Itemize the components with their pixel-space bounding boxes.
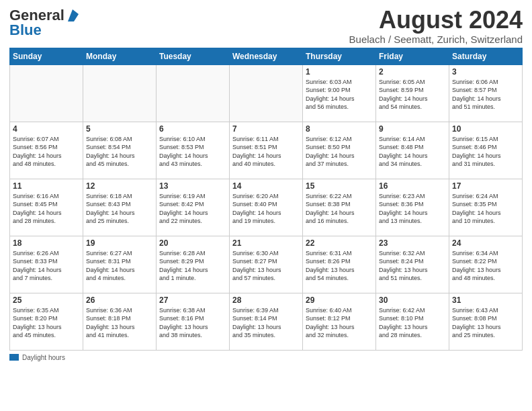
calendar-cell: 2Sunrise: 6:05 AMSunset: 8:59 PMDaylight…: [376, 64, 449, 122]
calendar-cell: 21Sunrise: 6:30 AMSunset: 8:27 PMDayligh…: [230, 236, 303, 293]
day-number: 25: [13, 295, 80, 305]
day-info: Sunrise: 6:23 AMSunset: 8:36 PMDaylight:…: [379, 192, 446, 226]
day-number: 21: [232, 238, 300, 248]
day-info: Sunrise: 6:10 AMSunset: 8:53 PMDaylight:…: [159, 135, 226, 169]
day-number: 11: [13, 181, 80, 191]
calendar-cell: 25Sunrise: 6:35 AMSunset: 8:20 PMDayligh…: [10, 293, 83, 350]
day-info: Sunrise: 6:22 AMSunset: 8:38 PMDaylight:…: [306, 192, 373, 226]
day-info: Sunrise: 6:18 AMSunset: 8:43 PMDaylight:…: [86, 192, 153, 226]
month-title: August 2024: [349, 7, 523, 34]
day-info: Sunrise: 6:38 AMSunset: 8:16 PMDaylight:…: [159, 306, 226, 340]
calendar-cell: 11Sunrise: 6:16 AMSunset: 8:45 PMDayligh…: [10, 179, 83, 236]
day-number: 9: [379, 124, 446, 134]
calendar-week-5: 25Sunrise: 6:35 AMSunset: 8:20 PMDayligh…: [10, 293, 523, 350]
svg-marker-0: [68, 9, 79, 21]
day-info: Sunrise: 6:06 AMSunset: 8:57 PMDaylight:…: [452, 78, 519, 111]
day-number: 2: [379, 67, 446, 77]
calendar-cell: 17Sunrise: 6:24 AMSunset: 8:35 PMDayligh…: [449, 179, 523, 236]
day-info: Sunrise: 6:20 AMSunset: 8:40 PMDaylight:…: [232, 192, 300, 226]
day-info: Sunrise: 6:30 AMSunset: 8:27 PMDaylight:…: [232, 249, 300, 283]
calendar-cell: [83, 64, 157, 122]
day-number: 24: [452, 238, 519, 248]
day-number: 26: [86, 295, 153, 305]
col-sunday: Sunday: [10, 48, 83, 64]
day-number: 4: [13, 124, 80, 134]
col-tuesday: Tuesday: [157, 48, 230, 64]
calendar-cell: 14Sunrise: 6:20 AMSunset: 8:40 PMDayligh…: [230, 179, 303, 236]
day-info: Sunrise: 6:19 AMSunset: 8:42 PMDaylight:…: [159, 192, 226, 226]
day-number: 3: [452, 67, 519, 77]
day-number: 16: [379, 181, 446, 191]
logo-area: General Blue: [9, 7, 80, 39]
col-wednesday: Wednesday: [230, 48, 303, 64]
calendar-cell: 26Sunrise: 6:36 AMSunset: 8:18 PMDayligh…: [83, 293, 157, 350]
calendar-cell: 9Sunrise: 6:14 AMSunset: 8:48 PMDaylight…: [376, 122, 449, 179]
day-number: 18: [13, 238, 80, 248]
day-info: Sunrise: 6:36 AMSunset: 8:18 PMDaylight:…: [86, 306, 153, 340]
location-title: Buelach / Seematt, Zurich, Switzerland: [349, 34, 523, 45]
day-info: Sunrise: 6:39 AMSunset: 8:14 PMDaylight:…: [232, 306, 300, 340]
legend-label: Daylight hours: [22, 354, 65, 361]
calendar-cell: 27Sunrise: 6:38 AMSunset: 8:16 PMDayligh…: [157, 293, 230, 350]
calendar-cell: 6Sunrise: 6:10 AMSunset: 8:53 PMDaylight…: [157, 122, 230, 179]
calendar-cell: 23Sunrise: 6:32 AMSunset: 8:24 PMDayligh…: [376, 236, 449, 293]
day-info: Sunrise: 6:31 AMSunset: 8:26 PMDaylight:…: [306, 249, 373, 283]
day-number: 7: [232, 124, 300, 134]
col-friday: Friday: [376, 48, 449, 64]
day-number: 22: [306, 238, 373, 248]
calendar-cell: 3Sunrise: 6:06 AMSunset: 8:57 PMDaylight…: [449, 64, 523, 122]
calendar-cell: 29Sunrise: 6:40 AMSunset: 8:12 PMDayligh…: [303, 293, 376, 350]
day-info: Sunrise: 6:28 AMSunset: 8:29 PMDaylight:…: [159, 249, 226, 283]
day-number: 10: [452, 124, 519, 134]
calendar-cell: 22Sunrise: 6:31 AMSunset: 8:26 PMDayligh…: [303, 236, 376, 293]
title-area: August 2024 Buelach / Seematt, Zurich, S…: [349, 7, 523, 45]
col-thursday: Thursday: [303, 48, 376, 64]
day-info: Sunrise: 6:05 AMSunset: 8:59 PMDaylight:…: [379, 78, 446, 111]
calendar-cell: 24Sunrise: 6:34 AMSunset: 8:22 PMDayligh…: [449, 236, 523, 293]
calendar-cell: 20Sunrise: 6:28 AMSunset: 8:29 PMDayligh…: [157, 236, 230, 293]
day-info: Sunrise: 6:34 AMSunset: 8:22 PMDaylight:…: [452, 249, 519, 283]
day-number: 19: [86, 238, 153, 248]
calendar-week-3: 11Sunrise: 6:16 AMSunset: 8:45 PMDayligh…: [10, 179, 523, 236]
day-info: Sunrise: 6:26 AMSunset: 8:33 PMDaylight:…: [13, 249, 80, 283]
day-number: 30: [379, 295, 446, 305]
calendar-cell: [10, 64, 83, 122]
day-number: 5: [86, 124, 153, 134]
calendar-cell: [157, 64, 230, 122]
day-info: Sunrise: 6:32 AMSunset: 8:24 PMDaylight:…: [379, 249, 446, 283]
calendar-week-4: 18Sunrise: 6:26 AMSunset: 8:33 PMDayligh…: [10, 236, 523, 293]
logo-blue-text: Blue: [9, 21, 42, 39]
legend-color-box: [9, 354, 19, 361]
calendar-cell: 7Sunrise: 6:11 AMSunset: 8:51 PMDaylight…: [230, 122, 303, 179]
day-number: 1: [306, 67, 373, 77]
day-info: Sunrise: 6:07 AMSunset: 8:56 PMDaylight:…: [13, 135, 80, 169]
day-number: 31: [452, 295, 519, 305]
day-number: 6: [159, 124, 226, 134]
day-info: Sunrise: 6:16 AMSunset: 8:45 PMDaylight:…: [13, 192, 80, 226]
calendar-cell: 5Sunrise: 6:08 AMSunset: 8:54 PMDaylight…: [83, 122, 157, 179]
day-number: 17: [452, 181, 519, 191]
calendar-cell: 31Sunrise: 6:43 AMSunset: 8:08 PMDayligh…: [449, 293, 523, 350]
day-number: 20: [159, 238, 226, 248]
calendar-week-1: 1Sunrise: 6:03 AMSunset: 9:00 PMDaylight…: [10, 64, 523, 122]
col-monday: Monday: [83, 48, 157, 64]
day-number: 8: [306, 124, 373, 134]
calendar-header-row: Sunday Monday Tuesday Wednesday Thursday…: [10, 48, 523, 64]
calendar-week-2: 4Sunrise: 6:07 AMSunset: 8:56 PMDaylight…: [10, 122, 523, 179]
calendar-cell: 19Sunrise: 6:27 AMSunset: 8:31 PMDayligh…: [83, 236, 157, 293]
calendar-cell: 12Sunrise: 6:18 AMSunset: 8:43 PMDayligh…: [83, 179, 157, 236]
calendar-cell: [230, 64, 303, 122]
day-info: Sunrise: 6:03 AMSunset: 9:00 PMDaylight:…: [306, 78, 373, 111]
calendar-cell: 30Sunrise: 6:42 AMSunset: 8:10 PMDayligh…: [376, 293, 449, 350]
day-info: Sunrise: 6:15 AMSunset: 8:46 PMDaylight:…: [452, 135, 519, 169]
calendar-cell: 16Sunrise: 6:23 AMSunset: 8:36 PMDayligh…: [376, 179, 449, 236]
day-info: Sunrise: 6:12 AMSunset: 8:50 PMDaylight:…: [306, 135, 373, 169]
page-container: General Blue August 2024 Buelach / Seema…: [0, 0, 532, 365]
calendar-cell: 28Sunrise: 6:39 AMSunset: 8:14 PMDayligh…: [230, 293, 303, 350]
calendar-cell: 10Sunrise: 6:15 AMSunset: 8:46 PMDayligh…: [449, 122, 523, 179]
day-info: Sunrise: 6:40 AMSunset: 8:12 PMDaylight:…: [306, 306, 373, 340]
calendar-table: Sunday Monday Tuesday Wednesday Thursday…: [9, 48, 523, 351]
day-number: 27: [159, 295, 226, 305]
day-number: 14: [232, 181, 300, 191]
day-info: Sunrise: 6:27 AMSunset: 8:31 PMDaylight:…: [86, 249, 153, 283]
